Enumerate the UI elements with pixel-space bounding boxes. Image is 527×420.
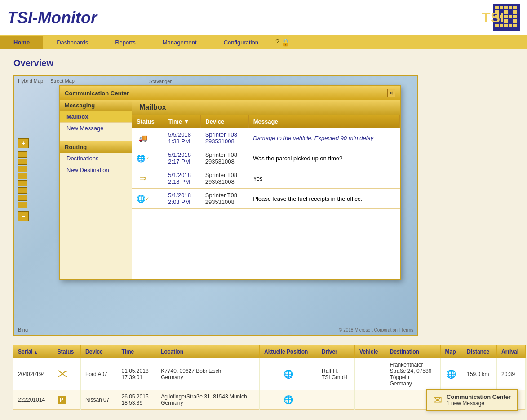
table-header-row: Status Time ▼ Device Message	[132, 115, 400, 128]
nav-configuration[interactable]: Configuration	[210, 36, 272, 49]
map-toolbar: + −	[18, 138, 29, 221]
svg-rect-12	[509, 15, 512, 18]
message-cell: Damage to the vehicle. Expected 90 min d…	[248, 128, 399, 148]
destination-cell: FrankenthalerStraße 24, 07586TöppelnGerm…	[385, 358, 440, 390]
aktuelle-cell[interactable]: 🌐	[260, 390, 317, 410]
globe-icon-2: 🌐	[283, 395, 293, 404]
parking-icon: P	[58, 396, 66, 404]
stavanger-label: Stavanger	[149, 79, 172, 84]
sidebar-item-new-destination[interactable]: New Destination	[60, 164, 132, 176]
time-cell: 5/1/20182:18 PM	[164, 168, 200, 189]
aktuelle-cell[interactable]: 🌐	[260, 358, 317, 390]
bottom-table-header: Serial Status Device Time Location Aktue…	[13, 345, 526, 358]
nav-management[interactable]: Management	[149, 36, 210, 49]
nav-dashboards[interactable]: Dashboards	[43, 36, 102, 49]
lock-icon[interactable]: 🔒	[281, 38, 290, 47]
time-cell: 26.05.201518:53:39	[117, 390, 156, 410]
zoom-in-button[interactable]: +	[18, 138, 29, 148]
crossed-arrows-icon	[58, 370, 67, 378]
map-ctrl-6[interactable]	[18, 187, 27, 194]
svg-rect-19	[509, 24, 512, 27]
modal-header: Communication Center ×	[60, 86, 400, 100]
notification-title: Communication Center	[447, 393, 511, 400]
map-ctrl-7[interactable]	[18, 195, 27, 201]
col-driver[interactable]: Driver	[317, 345, 355, 358]
page-content: Overview Hybrid Map Street Map Stavanger…	[0, 49, 527, 419]
svg-rect-7	[504, 10, 508, 14]
col-map[interactable]: Map	[440, 345, 462, 358]
col-time[interactable]: Time	[117, 345, 156, 358]
logo-icon: TSI	[466, 4, 520, 32]
svg-rect-11	[504, 15, 508, 18]
col-status: Status	[132, 115, 164, 128]
time-cell: 5/1/20182:03 PM	[164, 189, 200, 209]
map-ctrl-5[interactable]	[18, 180, 27, 186]
col-vehicle[interactable]: Vehicle	[355, 345, 385, 358]
col-serial[interactable]: Serial	[13, 345, 53, 358]
modal-body: Messaging Mailbox New Message Routing De…	[60, 100, 400, 279]
status-cell	[53, 358, 80, 390]
sidebar-item-new-message[interactable]: New Message	[60, 123, 132, 134]
sidebar-item-mailbox[interactable]: Mailbox	[60, 111, 132, 123]
envelope-icon: ✉	[433, 394, 442, 407]
col-location[interactable]: Location	[156, 345, 260, 358]
distance-cell: 159.0 km	[462, 358, 497, 390]
hybrid-map-label[interactable]: Hybrid Map	[18, 78, 43, 84]
time-cell: 5/5/20181:38 PM	[164, 128, 200, 148]
sidebar-section-routing[interactable]: Routing	[60, 141, 132, 153]
col-time[interactable]: Time ▼	[164, 115, 200, 128]
comm-notification[interactable]: ✉ Communication Center 1 new Message	[426, 389, 518, 411]
status-cell: 🚚	[132, 128, 164, 148]
map-ctrl-8[interactable]	[18, 202, 27, 208]
truck-status-icon: 🚚	[137, 132, 149, 144]
zoom-out-button[interactable]: −	[18, 211, 29, 221]
map-ctrl-1[interactable]	[18, 151, 27, 158]
map-ctrl-3[interactable]	[18, 166, 27, 172]
location-cell: K7740, 09627 BobritzschGermany	[156, 358, 260, 390]
device-cell[interactable]: Sprinter T08293531008	[201, 128, 249, 148]
table-row: 🚚 5/5/20181:38 PM Sprinter T08293531008 …	[132, 128, 400, 148]
help-icon[interactable]: ?	[275, 38, 279, 46]
serial-cell: 204020194	[13, 358, 53, 390]
mailbox-title: Mailbox	[132, 100, 400, 115]
mailbox-table: Status Time ▼ Device Message 🚚	[132, 115, 400, 209]
svg-rect-20	[513, 24, 517, 27]
svg-rect-5	[513, 6, 517, 9]
svg-rect-18	[504, 24, 508, 27]
communication-center-modal: Communication Center × Messaging Mailbox…	[59, 85, 401, 280]
navigation: Home Dashboards Reports Management Confi…	[0, 35, 527, 49]
nav-home[interactable]: Home	[0, 36, 43, 49]
svg-rect-3	[504, 6, 508, 9]
col-status[interactable]: Status	[53, 345, 80, 358]
device-cell: Sprinter T08293531008	[201, 168, 249, 189]
col-message: Message	[248, 115, 399, 128]
col-device: Device	[201, 115, 249, 128]
col-device[interactable]: Device	[81, 345, 117, 358]
time-cell: 01.05.201817:39:01	[117, 358, 156, 390]
notification-text: Communication Center 1 new Message	[447, 393, 511, 407]
nav-reports[interactable]: Reports	[102, 36, 149, 49]
col-arrival[interactable]: Arrival	[497, 345, 526, 358]
col-destination[interactable]: Destination	[385, 345, 440, 358]
globe-check-icon-2: 🌐✓	[137, 192, 149, 205]
arrival-cell: 20:39	[497, 358, 526, 390]
arrows-icon: ⇒	[137, 172, 149, 185]
modal-sidebar: Messaging Mailbox New Message Routing De…	[60, 100, 132, 279]
driver-cell	[317, 390, 355, 410]
modal-main-panel: Mailbox Status Time ▼ Device Message	[132, 100, 400, 279]
sidebar-item-destinations[interactable]: Destinations	[60, 153, 132, 164]
device-cell: Nissan 07	[81, 390, 117, 410]
map-ctrl-4[interactable]	[18, 173, 27, 179]
globe-icon: 🌐	[283, 370, 293, 379]
street-map-label[interactable]: Street Map	[50, 78, 75, 84]
device-cell: Sprinter T08293531008	[201, 189, 249, 209]
map-ctrl-2[interactable]	[18, 159, 27, 165]
sidebar-section-messaging[interactable]: Messaging	[60, 100, 132, 111]
map-cell[interactable]: 🌐	[440, 358, 462, 390]
col-aktuelle[interactable]: Aktuelle Position	[260, 345, 317, 358]
svg-rect-8	[513, 10, 517, 14]
serial-cell: 222201014	[13, 390, 53, 410]
logo-text: TSI-Monitor	[7, 9, 97, 27]
modal-close-button[interactable]: ×	[387, 89, 395, 97]
col-distance[interactable]: Distance	[462, 345, 497, 358]
